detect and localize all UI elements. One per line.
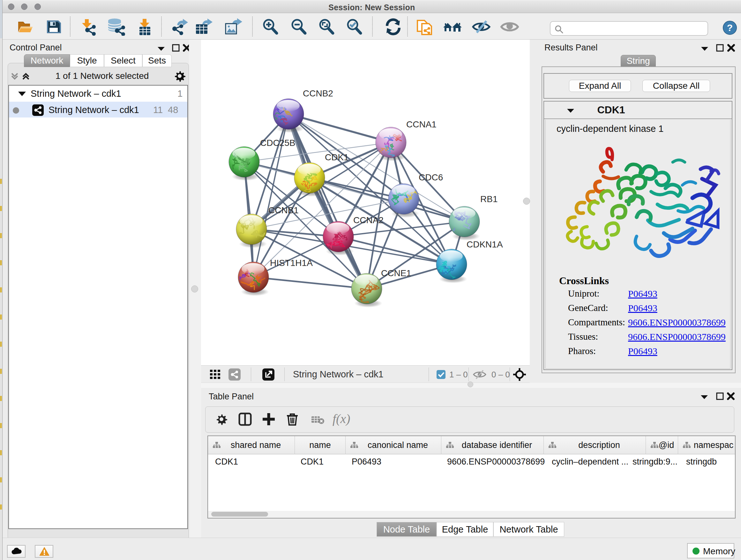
svg-text:CCNE1: CCNE1 bbox=[381, 268, 411, 278]
svg-text:HIST1H1A: HIST1H1A bbox=[270, 258, 313, 268]
svg-text:CCNA2: CCNA2 bbox=[353, 215, 384, 225]
svg-text:CDC6: CDC6 bbox=[419, 172, 443, 182]
svg-text:CCNB2: CCNB2 bbox=[303, 88, 333, 98]
svg-text:RB1: RB1 bbox=[480, 194, 497, 204]
svg-text:?: ? bbox=[727, 22, 733, 33]
svg-text:CDK1: CDK1 bbox=[325, 152, 349, 162]
svg-text:CDC25B: CDC25B bbox=[260, 138, 295, 148]
svg-text:CCNB1: CCNB1 bbox=[268, 205, 299, 215]
svg-text:CCNA1: CCNA1 bbox=[406, 119, 436, 129]
svg-text:CDKN1A: CDKN1A bbox=[467, 240, 503, 249]
